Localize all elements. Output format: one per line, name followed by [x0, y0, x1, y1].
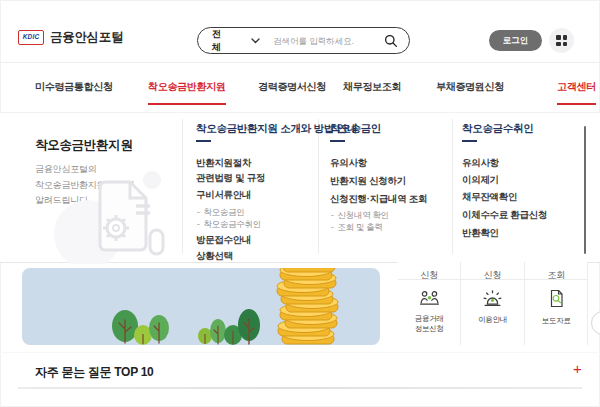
header-underline	[196, 140, 211, 142]
quick-menu-cell-press[interactable]: 보도자료	[525, 280, 588, 345]
floating-button[interactable]	[591, 311, 600, 335]
quick-menu-cell-clipped[interactable]: 신청	[398, 262, 461, 279]
megamenu-panel: 착오송금반환지원 금융안심포털의 착오송금반환지원에 대해 알려드립니다.	[0, 112, 600, 263]
document-gear-icon	[52, 168, 177, 268]
menu-sublink[interactable]: 조회 및 출력	[331, 222, 383, 234]
menu-link[interactable]: 상황선택	[196, 250, 233, 263]
megamenu-col3-header: 착오송금수취인	[462, 122, 533, 136]
header-divider	[0, 62, 600, 63]
promo-banner[interactable]	[22, 268, 380, 345]
login-button[interactable]: 로그인	[489, 30, 542, 51]
quick-menu-row-clipped: 신청 신청 조회	[398, 262, 588, 280]
press-doc-icon	[547, 289, 566, 312]
section-divider	[0, 352, 600, 353]
coin-stack-icon	[277, 268, 338, 344]
nav-item-unclaimed-funds[interactable]: 미수령금통합신청	[35, 80, 113, 105]
menu-link[interactable]: 이의제기	[462, 174, 499, 187]
megamenu-divider	[182, 119, 183, 254]
meeting-icon	[419, 289, 440, 310]
menu-sublink[interactable]: 신청내역 확인	[331, 210, 389, 222]
quick-menu-cell-guide[interactable]: 이용안내	[461, 280, 524, 345]
quick-menu-cell-clipped[interactable]: 신청	[461, 262, 524, 279]
menu-sublink[interactable]: 착오송금수취인	[197, 219, 261, 231]
megamenu-divider	[452, 119, 453, 254]
menu-link[interactable]: 유의사항	[462, 157, 499, 170]
banner-illustration	[22, 268, 380, 345]
menu-link[interactable]: 채무잔액확인	[462, 191, 517, 204]
nav-item-debt-info[interactable]: 채무정보조회	[343, 80, 401, 105]
quick-menu-cell-clipped[interactable]: 조회	[525, 262, 588, 279]
megamenu-divider	[318, 119, 319, 254]
menu-link[interactable]: 관련법령 및 규정	[196, 172, 265, 185]
kdic-portal-page: KDIC 금융안심포털 전체 로그인 미수령금통합신청 착오송금반환지원 경력증…	[0, 0, 600, 407]
siren-icon	[482, 289, 503, 311]
header-underline	[330, 140, 345, 142]
quick-menu-row: 금융거래 정보신청 이용안내	[398, 280, 588, 345]
search-input[interactable]	[273, 36, 384, 46]
megamenu-col2-header: 착오송금인	[330, 122, 381, 136]
faq-divider	[18, 387, 582, 389]
menu-link[interactable]: 신청진행·지급내역 조회	[330, 193, 427, 206]
search-category-dropdown[interactable]: 전체	[212, 28, 221, 54]
menu-sublink[interactable]: 착오송금인	[197, 207, 245, 219]
menu-link[interactable]: 이체수수료 환급신청	[462, 209, 547, 222]
trees-icon	[112, 309, 260, 345]
site-title: 금융안심포털	[50, 29, 123, 46]
nav-item-customer-center[interactable]: 고객센터	[557, 80, 596, 105]
kdic-logo[interactable]: KDIC 금융안심포털	[18, 29, 123, 46]
menu-link[interactable]: 유의사항	[330, 157, 367, 170]
quick-menu-label: 이용안내	[478, 315, 507, 325]
kdic-logo-mark: KDIC	[18, 30, 44, 45]
quick-menu-cell-financial-info[interactable]: 금융거래 정보신청	[398, 280, 461, 345]
scrollbar-thumb[interactable]	[584, 126, 586, 254]
quick-menu-label: 보도자료	[542, 316, 571, 326]
quick-menu-label: 금융거래 정보신청	[415, 314, 444, 333]
menu-link[interactable]: 반환지원 신청하기	[330, 175, 406, 188]
nav-item-career-certificate[interactable]: 경력증명서신청	[258, 80, 326, 105]
nav-item-wrong-transfer[interactable]: 착오송금반환지원	[148, 80, 226, 105]
header-underline	[462, 140, 477, 142]
menu-link[interactable]: 구비서류안내	[196, 189, 251, 202]
faq-section-title: 자주 묻는 질문 TOP 10	[35, 364, 153, 381]
menu-link[interactable]: 반환확인	[462, 227, 499, 240]
faq-expand-button[interactable]: +	[573, 360, 582, 377]
nav-item-debt-certificate[interactable]: 부채증명원신청	[436, 80, 504, 105]
quick-menu-grid: 신청 신청 조회 금융거래 정보신청	[398, 262, 588, 345]
chevron-down-icon[interactable]	[251, 38, 260, 44]
menu-link[interactable]: 반환지원절차	[196, 157, 251, 170]
apps-menu-button[interactable]	[549, 28, 574, 53]
megamenu-intro-title: 착오송금반환지원	[35, 137, 133, 154]
grid-icon	[556, 35, 567, 46]
search-bar: 전체	[197, 27, 410, 54]
search-icon[interactable]	[384, 34, 398, 48]
menu-link[interactable]: 방문접수안내	[196, 234, 251, 247]
